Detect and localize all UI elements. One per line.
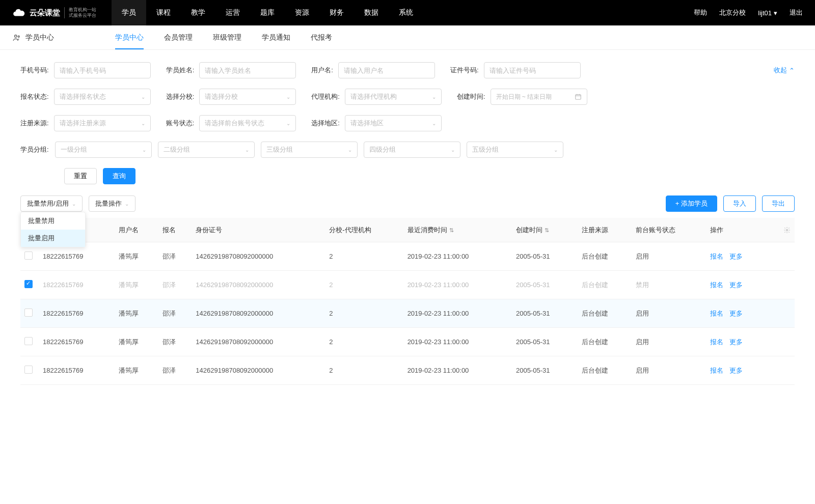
nav-item-0[interactable]: 学员 [112,0,146,25]
table-row: 18222615769潘筠厚邵泽142629198708092000000220… [20,242,795,271]
signup-action[interactable]: 报名 [710,310,723,317]
query-button[interactable]: 查询 [103,168,135,184]
dropdown-item[interactable]: 批量启用 [21,230,85,247]
table-header-row: 用户名报名身份证号分校-代理机构最近消费时间⇅创建时间⇅注册来源前台账号状态操作 [20,218,795,242]
svg-point-3 [786,229,788,231]
sub-nav-item-3[interactable]: 学员通知 [262,25,290,49]
signup-action[interactable]: 报名 [710,338,723,346]
filter-select[interactable]: 请选择分校⌄ [199,89,296,105]
signup-action[interactable]: 报名 [710,281,723,289]
filter-select[interactable]: 请选择前台账号状态⌄ [199,115,296,131]
sub-nav-item-4[interactable]: 代报考 [311,25,332,49]
sub-nav-items: 学员中心会员管理班级管理学员通知代报考 [115,25,332,49]
filter-input[interactable] [484,62,581,78]
source-cell: 后台创建 [578,328,632,356]
import-button[interactable]: 导入 [723,195,756,212]
row-checkbox[interactable] [24,251,33,260]
group-select[interactable]: 一级分组⌄ [55,142,152,158]
chevron-down-icon: ⌄ [142,147,146,153]
status-cell: 启用 [632,299,707,328]
filter-group: 账号状态:请选择前台账号状态⌄ [166,115,296,131]
group-select[interactable]: 二级分组⌄ [158,142,255,158]
filter-label: 创建时间: [457,92,485,101]
sort-icon[interactable]: ⇅ [449,227,454,234]
chevron-down-icon: ⌄ [286,94,290,100]
nav-item-4[interactable]: 题库 [250,0,285,25]
filter-label: 选择地区: [311,119,340,128]
dropdown-item[interactable]: 批量禁用 [21,212,85,230]
branch-cell: 2 [325,299,403,328]
logo: 云朵课堂 教育机构一站式服务云平台 [12,6,96,19]
more-action[interactable]: 更多 [729,338,743,346]
branch-cell: 2 [325,271,403,299]
nav-item-8[interactable]: 系统 [389,0,423,25]
create-time-cell: 2005-05-31 [512,328,578,356]
user-cell: 潘筠厚 [115,356,158,385]
filter-input[interactable] [199,62,296,78]
nav-item-3[interactable]: 运营 [215,0,250,25]
group-select[interactable]: 四级分组⌄ [364,142,460,158]
more-action[interactable]: 更多 [729,310,743,317]
date-range-picker[interactable]: 开始日期 ~ 结束日期 [491,89,587,105]
signup-action[interactable]: 报名 [710,367,723,374]
nav-item-5[interactable]: 资源 [285,0,319,25]
row-checkbox[interactable] [24,280,33,288]
user-menu[interactable]: lijt01▾ [758,9,777,17]
row-checkbox[interactable] [24,337,33,345]
reset-button[interactable]: 重置 [64,168,97,184]
signup-action[interactable]: 报名 [710,253,723,260]
more-action[interactable]: 更多 [729,367,743,374]
batch-operation-dropdown[interactable]: 批量操作 ⌄ [89,195,135,212]
row-checkbox[interactable] [24,366,33,374]
phone-cell: 18222615769 [39,271,115,299]
sub-nav-item-1[interactable]: 会员管理 [164,25,193,49]
filter-group: 学员姓名: [166,62,296,78]
gear-icon[interactable] [783,227,791,234]
page-title: 学员中心 [12,33,54,42]
sub-nav-item-0[interactable]: 学员中心 [115,25,144,49]
filter-select[interactable]: 请选择代理机构⌄ [345,89,442,105]
add-student-button[interactable]: + 添加学员 [666,195,717,212]
source-cell: 后台创建 [578,271,632,299]
group-select[interactable]: 三级分组⌄ [261,142,358,158]
branch-link[interactable]: 北京分校 [719,8,746,17]
group-select[interactable]: 五级分组⌄ [467,142,563,158]
table-header-cell: 注册来源 [578,218,632,242]
signup-cell: 邵泽 [158,271,192,299]
filter-select[interactable]: 请选择注册来源⌄ [54,115,151,131]
sub-nav-item-2[interactable]: 班级管理 [213,25,241,49]
svg-point-1 [18,36,19,37]
id-cell: 142629198708092000000 [192,328,325,356]
collapse-toggle[interactable]: 收起 ⌃ [774,62,795,78]
filter-label: 代理机构: [311,92,340,101]
filter-group: 选择分校:请选择分校⌄ [166,89,296,105]
status-cell: 禁用 [632,271,707,299]
sort-icon[interactable]: ⇅ [545,227,549,234]
help-link[interactable]: 帮助 [694,8,707,17]
filter-input[interactable] [338,62,435,78]
row-checkbox[interactable] [24,309,33,317]
filter-input[interactable] [54,62,151,78]
user-cell: 潘筠厚 [115,299,158,328]
export-button[interactable]: 导出 [762,195,795,212]
filter-select[interactable]: 请选择报名状态⌄ [54,89,151,105]
batch-toggle-menu: 批量禁用批量启用 [20,212,86,247]
filter-label: 用户名: [311,66,333,75]
table-row: 18222615769潘筠厚邵泽142629198708092000000220… [20,299,795,328]
svg-rect-2 [575,95,581,99]
actions-cell: 报名更多 [706,299,779,328]
nav-item-2[interactable]: 教学 [181,0,215,25]
filter-select[interactable]: 请选择地区⌄ [345,115,442,131]
table-header-cell: 身份证号 [192,218,325,242]
nav-item-7[interactable]: 数据 [354,0,389,25]
more-action[interactable]: 更多 [729,281,743,289]
filter-group: 注册来源:请选择注册来源⌄ [20,115,151,131]
chevron-down-icon: ⌄ [348,147,352,153]
logout-link[interactable]: 退出 [790,8,803,17]
nav-item-1[interactable]: 课程 [146,0,181,25]
id-cell: 142629198708092000000 [192,299,325,328]
nav-item-6[interactable]: 财务 [319,0,354,25]
filter-group: 创建时间:开始日期 ~ 结束日期 [457,89,587,105]
more-action[interactable]: 更多 [729,253,743,260]
batch-toggle-dropdown[interactable]: 批量禁用/启用 ⌄ [20,195,83,212]
